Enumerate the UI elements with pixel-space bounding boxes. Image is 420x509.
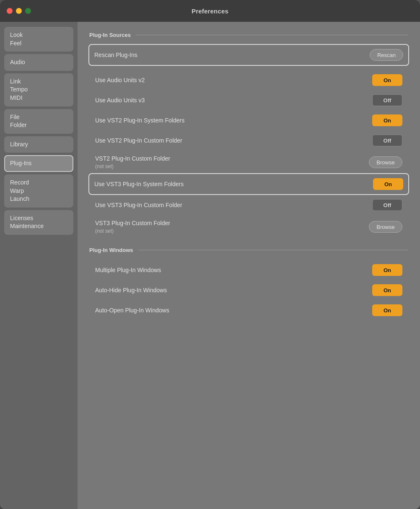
auto-hide-label: Auto-Hide Plug-In Windows [95, 286, 167, 294]
sidebar-item-link-tempo-midi[interactable]: Link Tempo MIDI [4, 73, 73, 106]
multiple-windows-row: Multiple Plug-In Windows On [89, 260, 408, 280]
vst2-custom-row: Use VST2 Plug-In Custom Folder Off [89, 130, 408, 151]
title-bar: Preferences [0, 0, 420, 22]
section-divider-2 [138, 250, 408, 250]
plug-in-windows-header: Plug-In Windows [89, 247, 408, 253]
main-content: Look Feel Audio Link Tempo MIDI File Fol… [0, 22, 420, 509]
vst3-browse-row: VST3 Plug-In Custom Folder (not set) Bro… [89, 215, 408, 239]
vst2-browse-row: VST2 Plug-In Custom Folder (not set) Bro… [89, 151, 408, 174]
close-button[interactable] [7, 8, 13, 14]
vst2-browse-button[interactable]: Browse [369, 156, 402, 168]
sidebar-item-look-feel[interactable]: Look Feel [4, 27, 73, 52]
sidebar-item-audio[interactable]: Audio [4, 54, 73, 71]
audio-units-v2-label: Use Audio Units v2 [95, 76, 145, 84]
audio-units-v2-toggle[interactable]: On [372, 74, 402, 86]
vst2-system-label: Use VST2 Plug-In System Folders [95, 117, 184, 125]
sidebar-item-record-warp-launch[interactable]: Record Warp Launch [4, 174, 73, 208]
section-divider [136, 35, 408, 35]
vst2-custom-toggle[interactable]: Off [372, 135, 402, 146]
auto-open-toggle[interactable]: On [372, 304, 402, 316]
plug-in-sources-header: Plug-In Sources [89, 32, 408, 38]
audio-units-v3-row: Use Audio Units v3 Off [89, 90, 408, 110]
window-title: Preferences [192, 8, 228, 15]
sidebar-item-plug-ins[interactable]: Plug-Ins [4, 155, 73, 172]
minimize-button[interactable] [16, 8, 22, 14]
vst3-custom-folder-label: VST3 Plug-In Custom Folder (not set) [95, 219, 170, 234]
rescan-label: Rescan Plug-Ins [94, 51, 137, 59]
sidebar: Look Feel Audio Link Tempo MIDI File Fol… [0, 22, 78, 509]
vst2-custom-label: Use VST2 Plug-In Custom Folder [95, 137, 182, 145]
traffic-lights [7, 8, 31, 14]
sidebar-item-library[interactable]: Library [4, 136, 73, 153]
vst3-system-row: Use VST3 Plug-In System Folders On [88, 173, 409, 195]
multiple-windows-toggle[interactable]: On [372, 264, 402, 276]
rescan-row: Rescan Plug-Ins Rescan [88, 44, 409, 66]
multiple-windows-label: Multiple Plug-In Windows [95, 266, 161, 274]
auto-hide-toggle[interactable]: On [372, 284, 402, 296]
audio-units-v3-label: Use Audio Units v3 [95, 96, 145, 104]
vst2-system-toggle[interactable]: On [372, 114, 402, 126]
auto-open-label: Auto-Open Plug-In Windows [95, 306, 169, 314]
preferences-window: Preferences Look Feel Audio Link Tempo M… [0, 0, 420, 509]
vst3-system-label: Use VST3 Plug-In System Folders [94, 180, 184, 188]
vst3-custom-toggle[interactable]: Off [372, 199, 402, 211]
audio-units-v2-row: Use Audio Units v2 On [89, 70, 408, 90]
sidebar-item-file-folder[interactable]: File Folder [4, 109, 73, 134]
panel: Plug-In Sources Rescan Plug-Ins Rescan U… [78, 22, 420, 509]
auto-hide-row: Auto-Hide Plug-In Windows On [89, 280, 408, 300]
vst2-system-row: Use VST2 Plug-In System Folders On [89, 110, 408, 130]
rescan-button[interactable]: Rescan [370, 49, 403, 61]
auto-open-row: Auto-Open Plug-In Windows On [89, 300, 408, 320]
vst3-browse-button[interactable]: Browse [369, 221, 402, 233]
vst3-custom-row: Use VST3 Plug-In Custom Folder Off [89, 195, 408, 215]
vst2-custom-folder-label: VST2 Plug-In Custom Folder (not set) [95, 155, 170, 170]
plug-in-sources-title: Plug-In Sources [89, 32, 131, 38]
plug-in-windows-title: Plug-In Windows [89, 247, 133, 253]
maximize-button[interactable] [25, 8, 31, 14]
sidebar-item-licenses-maintenance[interactable]: Licenses Maintenance [4, 210, 73, 235]
audio-units-v3-toggle[interactable]: Off [372, 94, 402, 106]
vst3-custom-label: Use VST3 Plug-In Custom Folder [95, 201, 182, 209]
vst3-system-toggle[interactable]: On [373, 178, 403, 190]
